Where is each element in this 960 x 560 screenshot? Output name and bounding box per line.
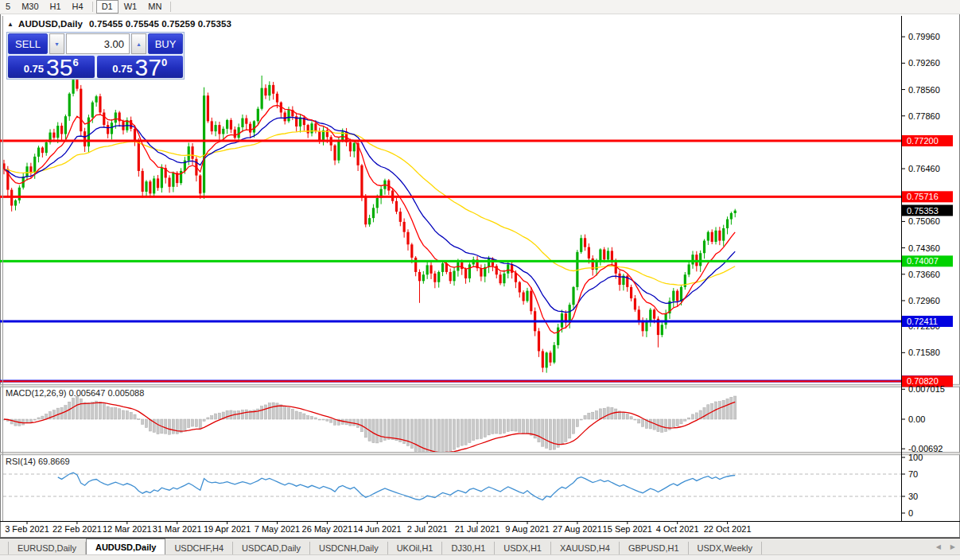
- svg-text:27 Aug 2021: 27 Aug 2021: [553, 524, 602, 534]
- candles-layer: [2, 71, 736, 372]
- buy-button[interactable]: BUY: [148, 33, 183, 54]
- svg-text:3 Feb 2021: 3 Feb 2021: [5, 524, 49, 534]
- svg-text:0.00: 0.00: [908, 414, 925, 424]
- timeframe-button-H4[interactable]: H4: [67, 0, 89, 14]
- chart-tab-EURUSD-Daily[interactable]: EURUSD,Daily: [8, 542, 86, 555]
- svg-text:0.72411: 0.72411: [907, 317, 938, 326]
- chart-tab-USDX-H1[interactable]: USDX,H1: [495, 542, 551, 555]
- timeframe-button-5[interactable]: 5: [0, 0, 16, 14]
- svg-text:31 Mar 2021: 31 Mar 2021: [153, 524, 202, 534]
- svg-text:0.75060: 0.75060: [908, 216, 940, 226]
- chart-tab-UKOil-H1[interactable]: UKOil,H1: [388, 542, 443, 555]
- svg-text:0.75353: 0.75353: [907, 206, 939, 216]
- svg-text:12 Mar 2021: 12 Mar 2021: [103, 524, 152, 534]
- tab-scroll-buttons: ◀ ▶: [936, 543, 955, 550]
- svg-text:70: 70: [908, 469, 918, 479]
- svg-text:9 Aug 2021: 9 Aug 2021: [505, 524, 550, 534]
- chart-symbol-period: AUDUSD,Daily: [18, 19, 83, 29]
- svg-text:22 Oct 2021: 22 Oct 2021: [704, 524, 752, 534]
- svg-text:0.72960: 0.72960: [908, 296, 940, 305]
- svg-text:15 Sep 2021: 15 Sep 2021: [603, 524, 652, 534]
- svg-text:0: 0: [908, 508, 913, 518]
- svg-text:0.78560: 0.78560: [908, 85, 940, 95]
- svg-text:4 Oct 2021: 4 Oct 2021: [656, 524, 699, 534]
- chart-ohlc-values: 0.75455 0.75545 0.75259 0.75353: [89, 19, 231, 29]
- chart-tab-DJ30-H1[interactable]: DJ30,H1: [442, 542, 495, 555]
- time-axis-labels: 3 Feb 202122 Feb 202112 Mar 202131 Mar 2…: [5, 521, 751, 534]
- timeframe-button-D1[interactable]: D1: [96, 0, 119, 14]
- status-strip: [0, 554, 960, 560]
- chart-title: ▲ AUDUSD,Daily 0.75455 0.75545 0.75259 0…: [7, 19, 231, 29]
- volume-decrease-button[interactable]: ▼: [49, 33, 64, 54]
- svg-text:19 Apr 2021: 19 Apr 2021: [204, 524, 251, 534]
- sell-price-sup: 6: [72, 56, 78, 68]
- sell-button[interactable]: SELL: [8, 33, 48, 54]
- chart-tab-USDCAD-Daily[interactable]: USDCAD,Daily: [233, 542, 310, 555]
- rsi-indicator-label: RSI(14) 69.8669: [6, 457, 70, 466]
- buy-price-big: 37: [135, 56, 161, 78]
- timeframe-button-H1[interactable]: H1: [45, 0, 67, 14]
- svg-text:30: 30: [908, 492, 918, 501]
- svg-text:26 May 2021: 26 May 2021: [302, 524, 353, 534]
- svg-text:21 Jul 2021: 21 Jul 2021: [455, 524, 500, 534]
- trading-app-screen: 5M30H1H4D1W1MN 0.799600.792600.785600.77…: [0, 0, 960, 560]
- rsi-layer: [3, 472, 901, 500]
- horizontal-lines-layer: [0, 140, 901, 383]
- volume-input[interactable]: 3.00: [66, 33, 130, 54]
- chart-tab-USDX-Weekly[interactable]: USDX,Weekly: [689, 542, 762, 555]
- timeframe-button-MN[interactable]: MN: [142, 0, 167, 14]
- svg-text:7 May 2021: 7 May 2021: [255, 524, 300, 534]
- buy-price-display[interactable]: 0.75 37 0: [97, 56, 184, 78]
- volume-increase-button[interactable]: ▲: [131, 33, 146, 54]
- macd-axis-ticks: 0.0070150.00-0.00692: [901, 384, 945, 453]
- macd-histogram-layer: [2, 396, 736, 456]
- sell-price-big: 35: [46, 56, 72, 78]
- rsi-axis-ticks: 10070300: [901, 453, 923, 518]
- chart-tab-USDCHF-H4[interactable]: USDCHF,H4: [165, 542, 233, 555]
- chart-tab-USDCNH-Daily[interactable]: USDCNH,Daily: [310, 542, 388, 555]
- svg-text:2 Jul 2021: 2 Jul 2021: [407, 524, 448, 534]
- svg-text:0.73660: 0.73660: [908, 270, 940, 279]
- svg-text:0.007015: 0.007015: [908, 384, 945, 394]
- tab-scroll-left-icon[interactable]: ◀: [936, 543, 941, 550]
- one-click-trade-panel: SELL ▼ 3.00 ▲ BUY 0.75 35 6 0.75 37 0: [6, 32, 185, 80]
- timeframe-button-W1[interactable]: W1: [119, 0, 143, 14]
- sell-price-base: 0.75: [24, 63, 44, 78]
- timeframe-button-M30[interactable]: M30: [16, 0, 44, 14]
- timeframe-toolbar: 5M30H1H4D1W1MN: [0, 0, 960, 14]
- macd-indicator-label: MACD(12,26,9) 0.005647 0.005088: [6, 388, 144, 398]
- svg-text:0.79960: 0.79960: [908, 32, 940, 41]
- tab-scroll-right-icon[interactable]: ▶: [950, 543, 955, 550]
- collapse-triangle-icon[interactable]: ▲: [7, 21, 14, 28]
- svg-text:0.79260: 0.79260: [908, 58, 940, 68]
- svg-text:14 Jun 2021: 14 Jun 2021: [353, 524, 402, 534]
- chart-tab-XAUUSD-H4[interactable]: XAUUSD,H4: [551, 542, 620, 555]
- buy-price-base: 0.75: [112, 63, 132, 78]
- toolbar-separator: [170, 2, 171, 12]
- svg-text:0.77860: 0.77860: [908, 111, 940, 121]
- buy-price-sup: 0: [161, 56, 167, 68]
- chart-tab-AUDUSD-Daily[interactable]: AUDUSD,Daily: [86, 539, 165, 555]
- toolbar-separator: [92, 2, 93, 12]
- svg-text:0.77200: 0.77200: [907, 136, 939, 146]
- svg-text:0.75716: 0.75716: [907, 192, 939, 201]
- svg-text:0.74360: 0.74360: [908, 243, 940, 253]
- sell-price-display[interactable]: 0.75 35 6: [8, 56, 95, 78]
- svg-text:100: 100: [908, 453, 923, 462]
- svg-text:0.76460: 0.76460: [908, 164, 940, 173]
- chart-tab-GBPUSD-H1[interactable]: GBPUSD,H1: [620, 542, 689, 555]
- chart-canvas[interactable]: 0.799600.792600.785600.778600.764600.750…: [0, 0, 960, 560]
- svg-text:0.71580: 0.71580: [908, 348, 940, 357]
- chart-tab-bar: EURUSD,DailyAUDUSD,DailyUSDCHF,H4USDCAD,…: [0, 538, 960, 555]
- svg-text:22 Feb 2021: 22 Feb 2021: [52, 524, 102, 534]
- svg-text:0.74007: 0.74007: [907, 256, 939, 266]
